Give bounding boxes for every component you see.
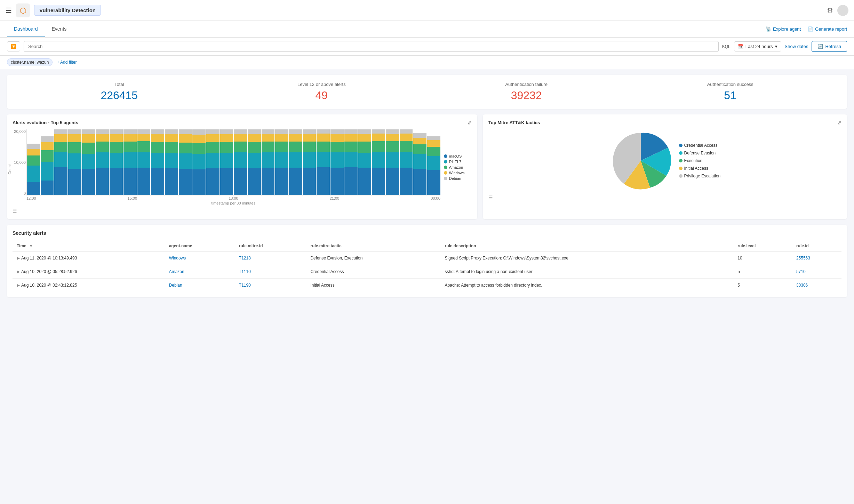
- date-range-selector[interactable]: 📅 Last 24 hours ▾: [734, 41, 781, 51]
- table-row[interactable]: ▶Aug 11, 2020 @ 10:13:49.493 Windows T12…: [13, 251, 841, 265]
- menu-icon[interactable]: ☰: [6, 6, 12, 15]
- cell-mitreid: T1110: [235, 265, 306, 279]
- explore-agent-button[interactable]: 📡 Explore agent: [766, 26, 801, 32]
- tab-dashboard[interactable]: Dashboard: [7, 21, 45, 37]
- x-axis-label: timestamp per 30 minutes: [26, 201, 440, 205]
- count-axis-label: Count: [8, 164, 12, 174]
- alerts-chart-title: Alerts evolution - Top 5 agents: [13, 120, 78, 125]
- cell-ruleid: 255563: [792, 251, 841, 265]
- cell-agent: Debian: [165, 279, 235, 292]
- col-ruleid[interactable]: rule.id: [792, 241, 841, 251]
- pie-chart-legend: Credential Access Defense Evasion Execut…: [679, 143, 721, 178]
- security-alerts-title: Security alerts: [13, 230, 841, 236]
- expand-chart-icon[interactable]: ⤢: [468, 120, 472, 126]
- cell-description: sshd: Attempt to login using a non-exist…: [441, 265, 734, 279]
- search-input[interactable]: [24, 41, 719, 52]
- explore-agent-icon: 📡: [766, 26, 771, 32]
- bar-chart-legend: macOS RHEL7 Amazon Windows Debian: [440, 129, 472, 205]
- cell-description: Apache: Attempt to access forbidden dire…: [441, 279, 734, 292]
- stat-level12-alerts: Level 12 or above alerts 49: [297, 82, 346, 102]
- refresh-button[interactable]: 🔄 Refresh: [812, 41, 847, 52]
- sort-icon: ▼: [29, 243, 33, 248]
- kql-badge[interactable]: KQL: [722, 44, 731, 49]
- chart-list-icon[interactable]: ☰: [13, 205, 472, 214]
- stat-auth-success: Authentication success 51: [707, 82, 753, 102]
- stats-row: Total 226415 Level 12 or above alerts 49…: [7, 75, 847, 109]
- table-row[interactable]: ▶Aug 10, 2020 @ 02:43:12.825 Debian T119…: [13, 279, 841, 292]
- expand-pie-icon[interactable]: ⤢: [837, 120, 841, 126]
- generate-report-button[interactable]: 📄 Generate report: [808, 26, 847, 32]
- cell-level: 5: [733, 265, 792, 279]
- cell-mitreid: T1218: [235, 251, 306, 265]
- row-expand-icon[interactable]: ▶: [17, 269, 20, 274]
- filter-bar: 🔽 KQL 📅 Last 24 hours ▾ Show dates 🔄 Ref…: [0, 38, 854, 56]
- cell-level: 10: [733, 251, 792, 265]
- tab-events[interactable]: Events: [45, 21, 74, 37]
- page-title: Vulnerability Detection: [34, 5, 101, 16]
- user-avatar[interactable]: [837, 5, 848, 16]
- y-label-bottom: 0: [13, 191, 26, 195]
- mitre-tactics-chart: Top Mitre ATT&K tactics ⤢ Credential Acc…: [483, 114, 847, 219]
- x-axis: 12:00 15:00 18:00 21:00 00:00: [26, 196, 440, 200]
- cell-mitreid: T1190: [235, 279, 306, 292]
- col-time[interactable]: Time ▼: [13, 241, 165, 251]
- col-mitretactic[interactable]: rule.mitre.tactic: [306, 241, 440, 251]
- pie-list-icon[interactable]: ☰: [488, 192, 841, 200]
- col-agent[interactable]: agent.name: [165, 241, 235, 251]
- cell-agent: Windows: [165, 251, 235, 265]
- row-expand-icon[interactable]: ▶: [17, 256, 20, 261]
- col-mitreid[interactable]: rule.mitre.id: [235, 241, 306, 251]
- cell-agent: Amazon: [165, 265, 235, 279]
- active-filter-chip[interactable]: cluster.name: wazuh: [7, 58, 53, 66]
- row-expand-icon[interactable]: ▶: [17, 283, 20, 288]
- show-dates-button[interactable]: Show dates: [785, 44, 808, 49]
- cell-level: 5: [733, 279, 792, 292]
- cell-time: ▶Aug 10, 2020 @ 05:28:52.926: [13, 265, 165, 279]
- svg-text:⬡: ⬡: [20, 6, 26, 15]
- filter-icon: 🔽: [11, 44, 16, 49]
- cell-mitretactic: Credential Access: [306, 265, 440, 279]
- col-description[interactable]: rule.description: [441, 241, 734, 251]
- pie-chart-container: Credential Access Defense Evasion Execut…: [488, 129, 841, 192]
- cell-time: ▶Aug 11, 2020 @ 10:13:49.493: [13, 251, 165, 265]
- cell-ruleid: 30306: [792, 279, 841, 292]
- chevron-down-icon: ▾: [775, 44, 777, 49]
- top-navigation: ☰ ⬡ Vulnerability Detection ⚙: [0, 0, 854, 21]
- refresh-icon: 🔄: [817, 44, 823, 49]
- stat-total: Total 226415: [101, 82, 138, 102]
- main-content: Total 226415 Level 12 or above alerts 49…: [0, 69, 854, 303]
- col-level[interactable]: rule.level: [733, 241, 792, 251]
- cell-mitretactic: Initial Access: [306, 279, 440, 292]
- active-filters-row: cluster.name: wazuh + Add filter: [0, 56, 854, 69]
- security-alerts-table: Time ▼ agent.name rule.mitre.id rule.mit…: [13, 241, 841, 292]
- alerts-evolution-chart: Alerts evolution - Top 5 agents ⤢ Count …: [7, 114, 477, 219]
- y-label-top: 20,000: [13, 129, 26, 134]
- tab-bar: Dashboard Events 📡 Explore agent 📄 Gener…: [0, 21, 854, 38]
- cell-description: Signed Script Proxy Execution: C:\Window…: [441, 251, 734, 265]
- charts-row: Alerts evolution - Top 5 agents ⤢ Count …: [7, 114, 847, 219]
- generate-report-icon: 📄: [808, 26, 813, 32]
- filter-type-button[interactable]: 🔽: [7, 41, 20, 51]
- pie-chart-svg: [609, 129, 672, 192]
- cell-mitretactic: Defense Evasion, Execution: [306, 251, 440, 265]
- cell-time: ▶Aug 10, 2020 @ 02:43:12.825: [13, 279, 165, 292]
- add-filter-button[interactable]: + Add filter: [57, 60, 77, 65]
- y-label-mid: 10,000: [13, 160, 26, 165]
- stat-auth-failure: Authentication failure 39232: [505, 82, 547, 102]
- pie-chart-title: Top Mitre ATT&K tactics: [488, 120, 540, 125]
- settings-icon[interactable]: ⚙: [827, 6, 833, 15]
- calendar-icon: 📅: [738, 44, 743, 49]
- cell-ruleid: 5710: [792, 265, 841, 279]
- table-row[interactable]: ▶Aug 10, 2020 @ 05:28:52.926 Amazon T111…: [13, 265, 841, 279]
- app-logo: ⬡: [16, 3, 30, 17]
- security-alerts-table-card: Security alerts Time ▼ agent.name rule.m…: [7, 225, 847, 297]
